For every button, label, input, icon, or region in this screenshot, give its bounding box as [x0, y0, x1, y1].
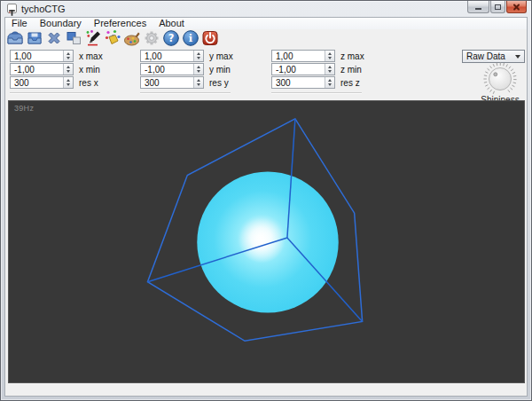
- help-button[interactable]: ?: [162, 29, 180, 47]
- fill-colors-button[interactable]: [104, 29, 121, 47]
- z-min-spin-buttons[interactable]: [325, 64, 334, 75]
- x-min-label: x min: [79, 65, 100, 75]
- edit-icon: [84, 29, 102, 47]
- palette-icon: [123, 29, 141, 47]
- res-z-label: res z: [340, 78, 360, 89]
- res-y-label: res y: [209, 78, 229, 89]
- y-min-spinbox[interactable]: [140, 63, 204, 75]
- fps-label: 39Hz: [14, 104, 34, 113]
- info-icon: i: [182, 29, 200, 47]
- window-controls: [467, 1, 527, 13]
- x-max-input[interactable]: [11, 51, 63, 61]
- maximize-icon: [495, 4, 501, 10]
- res-x-spin-buttons[interactable]: [63, 77, 73, 88]
- res-z-spin-buttons[interactable]: [325, 77, 334, 88]
- shininess-knob-svg: [481, 59, 520, 98]
- x-min-input[interactable]: [11, 64, 63, 75]
- res-y-spinbox[interactable]: [140, 76, 204, 89]
- svg-text:?: ?: [168, 32, 175, 44]
- copy-button[interactable]: [65, 29, 82, 47]
- quit-button[interactable]: [201, 29, 219, 47]
- z-min-label: z min: [340, 65, 362, 75]
- save-button[interactable]: [26, 29, 43, 47]
- help-icon: ?: [162, 29, 180, 47]
- x-min-spinbox[interactable]: [10, 63, 74, 75]
- x-max-spin-buttons[interactable]: [63, 51, 73, 61]
- maximize-button[interactable]: [490, 1, 505, 13]
- x-column-separator: [10, 92, 100, 94]
- res-x-spinbox[interactable]: [10, 76, 74, 89]
- fill-colors-icon: [104, 29, 121, 47]
- settings-button[interactable]: [143, 29, 160, 47]
- z-max-spinbox[interactable]: [271, 50, 335, 62]
- copy-icon: [65, 29, 82, 47]
- y-max-input[interactable]: [141, 51, 193, 61]
- y-max-label: y max: [209, 51, 233, 62]
- z-max-spin-buttons[interactable]: [325, 51, 334, 61]
- res-y-spin-buttons[interactable]: [193, 77, 203, 88]
- open-button[interactable]: [6, 29, 24, 47]
- minimize-icon: [475, 8, 481, 10]
- toolbar: ? i: [6, 28, 219, 48]
- edit-button[interactable]: [84, 29, 102, 47]
- delete-button[interactable]: [45, 29, 63, 47]
- z-column-separator: [271, 92, 362, 94]
- close-button[interactable]: [506, 1, 527, 13]
- app-window: tychoCTG File Boundary Preferences About: [0, 0, 532, 401]
- res-x-input[interactable]: [11, 77, 63, 88]
- quit-icon: [201, 29, 219, 47]
- y-min-spin-buttons[interactable]: [193, 64, 203, 75]
- shininess-knob[interactable]: [481, 59, 520, 98]
- close-icon: [512, 3, 520, 11]
- window-title: tychoCTG: [21, 4, 66, 14]
- res-y-input[interactable]: [141, 77, 193, 88]
- palette-button[interactable]: [123, 29, 141, 47]
- x-max-label: x max: [79, 51, 103, 62]
- z-min-input[interactable]: [272, 64, 325, 75]
- res-z-spinbox[interactable]: [271, 76, 335, 89]
- z-max-input[interactable]: [272, 51, 325, 61]
- y-max-spinbox[interactable]: [140, 50, 204, 62]
- z-min-spinbox[interactable]: [271, 63, 335, 75]
- y-column-separator: [140, 92, 231, 94]
- settings-icon: [143, 29, 160, 47]
- y-min-input[interactable]: [141, 64, 193, 75]
- z-max-label: z max: [340, 51, 364, 62]
- res-z-input[interactable]: [272, 77, 325, 88]
- info-button[interactable]: i: [182, 29, 200, 47]
- y-min-label: y min: [209, 65, 231, 75]
- save-icon: [26, 29, 43, 47]
- open-icon: [6, 29, 24, 47]
- knob-indicator-dot: [494, 73, 497, 76]
- delete-icon: [45, 29, 63, 47]
- app-icon: [7, 4, 17, 13]
- chevron-down-icon: [515, 55, 520, 59]
- scene-svg: [9, 101, 524, 382]
- minimize-button[interactable]: [467, 1, 489, 13]
- x-min-spin-buttons[interactable]: [63, 64, 73, 75]
- y-max-spin-buttons[interactable]: [193, 51, 203, 61]
- res-x-label: res x: [79, 78, 98, 89]
- x-max-spinbox[interactable]: [10, 50, 74, 62]
- svg-text:i: i: [189, 32, 193, 44]
- viewport[interactable]: 39Hz: [8, 100, 525, 383]
- title-bar[interactable]: tychoCTG: [1, 1, 531, 17]
